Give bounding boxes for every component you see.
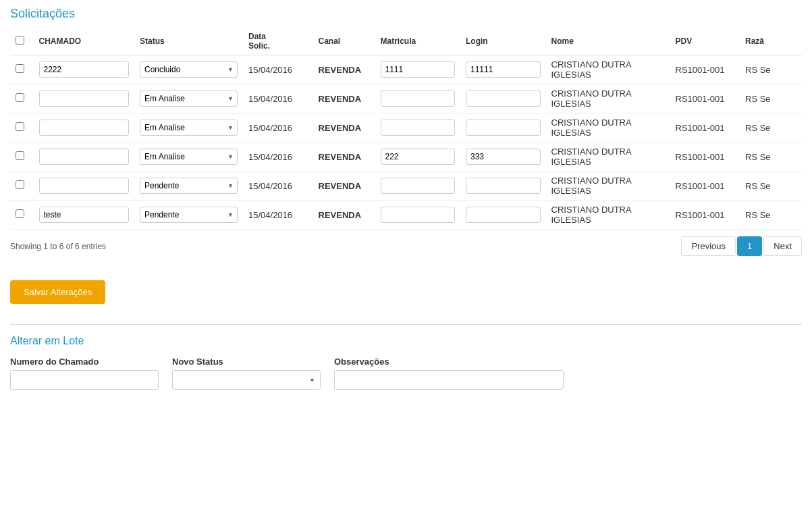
canal-cell: REVENDA (313, 142, 375, 172)
login-input[interactable] (466, 61, 541, 78)
col-header-razao: Razã (740, 28, 802, 55)
showing-text: Showing 1 to 6 of 6 entries (10, 242, 106, 251)
chamado-input[interactable] (39, 120, 130, 136)
razao-cell: RS Se (740, 113, 802, 142)
row-checkbox[interactable] (16, 93, 24, 102)
login-input[interactable] (466, 149, 541, 165)
batch-status-field: Novo Status Concluido Em Analise Pendent… (172, 357, 321, 390)
matricula-input[interactable] (381, 61, 456, 78)
table-row: ConcluidoEm AnalisePendenteAberto15/04/2… (10, 172, 802, 201)
matricula-input[interactable] (381, 178, 456, 194)
canal-cell: REVENDA (313, 84, 375, 113)
row-checkbox[interactable] (16, 64, 24, 73)
login-input[interactable] (466, 207, 541, 223)
login-input[interactable] (466, 178, 541, 194)
batch-status-select[interactable]: Concluido Em Analise Pendente Aberto (172, 370, 321, 390)
status-select[interactable]: ConcluidoEm AnalisePendenteAberto (140, 178, 238, 194)
table-wrapper: CHAMADO Status DataSolic. Canal Matricul… (10, 28, 802, 230)
status-select[interactable]: ConcluidoEm AnalisePendenteAberto (140, 61, 238, 78)
table-body: ConcluidoEm AnalisePendenteAberto15/04/2… (10, 55, 802, 230)
col-header-canal: Canal (313, 28, 375, 55)
pdv-cell: RS1001-001 (670, 172, 740, 201)
horizontal-scrollbar[interactable] (10, 265, 802, 273)
batch-obs-label: Observações (334, 357, 564, 367)
batch-numero-input[interactable] (10, 370, 159, 390)
col-header-chamado: CHAMADO (34, 28, 135, 55)
page-title: Solicitações (10, 7, 802, 21)
data-cell: 15/04/2016 (243, 113, 313, 142)
razao-cell: RS Se (740, 201, 802, 230)
status-select[interactable]: ConcluidoEm AnalisePendenteAberto (140, 207, 238, 223)
table-row: ConcluidoEm AnalisePendenteAberto15/04/2… (10, 84, 802, 113)
nome-cell: CRISTIANO DUTRA IGLESIAS (546, 172, 670, 201)
data-cell: 15/04/2016 (243, 84, 313, 113)
batch-form: Numero do Chamado Novo Status Concluido … (10, 357, 802, 390)
row-checkbox[interactable] (16, 180, 24, 189)
chamado-input[interactable] (39, 207, 130, 223)
login-input[interactable] (466, 120, 541, 136)
nome-cell: CRISTIANO DUTRA IGLESIAS (546, 113, 670, 142)
nome-cell: CRISTIANO DUTRA IGLESIAS (546, 55, 670, 84)
chamado-input[interactable] (39, 149, 130, 165)
row-checkbox[interactable] (16, 209, 24, 218)
razao-cell: RS Se (740, 142, 802, 172)
nome-cell: CRISTIANO DUTRA IGLESIAS (546, 142, 670, 172)
table-row: ConcluidoEm AnalisePendenteAberto15/04/2… (10, 201, 802, 230)
pdv-cell: RS1001-001 (670, 84, 740, 113)
data-cell: 15/04/2016 (243, 201, 313, 230)
matricula-input[interactable] (381, 149, 456, 165)
batch-obs-field: Observações (334, 357, 564, 390)
matricula-input[interactable] (381, 207, 456, 223)
status-select[interactable]: ConcluidoEm AnalisePendenteAberto (140, 149, 238, 165)
col-header-status: Status (134, 28, 243, 55)
canal-cell: REVENDA (313, 201, 375, 230)
previous-button[interactable]: Previous (681, 236, 736, 256)
batch-numero-field: Numero do Chamado (10, 357, 159, 390)
col-header-matricula: Matricula (375, 28, 461, 55)
data-cell: 15/04/2016 (243, 142, 313, 172)
table-row: ConcluidoEm AnalisePendenteAberto15/04/2… (10, 55, 802, 84)
row-checkbox[interactable] (16, 122, 24, 131)
canal-cell: REVENDA (313, 172, 375, 201)
chamado-input[interactable] (39, 90, 130, 107)
pagination-row: Showing 1 to 6 of 6 entries Previous 1 N… (10, 230, 802, 263)
razao-cell: RS Se (740, 172, 802, 201)
status-select-wrapper: ConcluidoEm AnalisePendenteAberto (140, 61, 238, 78)
col-header-data: DataSolic. (243, 28, 313, 55)
status-select-wrapper: ConcluidoEm AnalisePendenteAberto (140, 120, 238, 136)
pdv-cell: RS1001-001 (670, 55, 740, 84)
matricula-input[interactable] (381, 120, 456, 136)
page-1-button[interactable]: 1 (737, 236, 762, 256)
matricula-input[interactable] (381, 90, 456, 107)
status-select-wrapper: ConcluidoEm AnalisePendenteAberto (140, 178, 238, 194)
canal-cell: REVENDA (313, 55, 375, 84)
razao-cell: RS Se (740, 84, 802, 113)
status-select[interactable]: ConcluidoEm AnalisePendenteAberto (140, 120, 238, 136)
col-header-pdv: PDV (670, 28, 740, 55)
nome-cell: CRISTIANO DUTRA IGLESIAS (546, 201, 670, 230)
col-header-login: Login (460, 28, 546, 55)
col-header-nome: Nome (546, 28, 670, 55)
login-input[interactable] (466, 90, 541, 107)
pdv-cell: RS1001-001 (670, 113, 740, 142)
status-select-wrapper: ConcluidoEm AnalisePendenteAberto (140, 149, 238, 165)
batch-title: Alterar em Lote (10, 335, 802, 347)
row-checkbox[interactable] (16, 151, 24, 160)
next-button[interactable]: Next (763, 236, 802, 256)
chamado-input[interactable] (39, 61, 130, 78)
chamado-input[interactable] (39, 178, 130, 194)
canal-cell: REVENDA (313, 113, 375, 142)
page-container: Solicitações CHAMADO Status DataSolic. C… (0, 0, 812, 396)
solicitacoes-table: CHAMADO Status DataSolic. Canal Matricul… (10, 28, 802, 230)
batch-numero-label: Numero do Chamado (10, 357, 159, 367)
razao-cell: RS Se (740, 55, 802, 84)
select-all-checkbox[interactable] (16, 36, 24, 45)
save-button[interactable]: Salvar Alterações (10, 280, 105, 304)
pagination-buttons: Previous 1 Next (681, 236, 802, 256)
pdv-cell: RS1001-001 (670, 201, 740, 230)
status-select[interactable]: ConcluidoEm AnalisePendenteAberto (140, 90, 238, 107)
status-select-wrapper: ConcluidoEm AnalisePendenteAberto (140, 207, 238, 223)
nome-cell: CRISTIANO DUTRA IGLESIAS (546, 84, 670, 113)
col-header-cb (10, 28, 34, 55)
batch-obs-input[interactable] (334, 370, 564, 390)
